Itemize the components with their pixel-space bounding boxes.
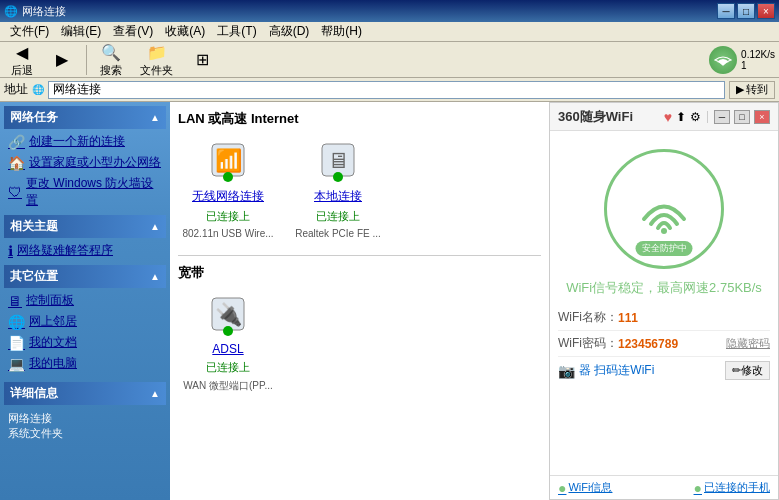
hide-pwd-button[interactable]: 隐藏密码	[726, 337, 770, 349]
adsl-net-name: ADSL	[212, 342, 243, 356]
wifi-pwd-label: WiFi密码：	[558, 335, 618, 352]
sidebar-section-header-related[interactable]: 相关主题 ▲	[4, 215, 166, 238]
view-button[interactable]: ⊞	[184, 46, 220, 74]
footer-connected-phone[interactable]: ● 已连接的手机	[694, 480, 770, 496]
sidebar-section-header-details[interactable]: 详细信息 ▲	[4, 382, 166, 405]
sidebar-section-header-network-tasks[interactable]: 网络任务 ▲	[4, 106, 166, 129]
folders-button[interactable]: 📁 文件夹	[133, 38, 180, 81]
qr-icon: 📷	[558, 363, 575, 379]
wifi-panel-footer: ● WiFi信息 ● 已连接的手机	[550, 475, 778, 499]
sidebar-item-create-connection[interactable]: 🔗 创建一个新的连接	[4, 131, 166, 152]
go-button[interactable]: ▶ 转到	[729, 81, 775, 99]
sidebar-item-control-panel[interactable]: 🖥 控制面板	[4, 290, 166, 311]
address-input[interactable]: 网络连接	[48, 81, 725, 99]
qr-row: 📷 器 扫码连WiFi ✏修改	[558, 357, 770, 384]
heart-icon[interactable]: ♥	[664, 109, 672, 125]
lan-network-icon: 🖥	[314, 136, 362, 184]
sidebar: 网络任务 ▲ 🔗 创建一个新的连接 🏠 设置家庭或小型办公网络 🛡 更改 Win…	[0, 102, 170, 500]
lan-section-title: LAN 或高速 Internet	[178, 110, 541, 128]
panel-sep	[707, 111, 708, 123]
speed-indicator: 0.12K/s 1	[709, 46, 775, 74]
network-item-lan[interactable]: 🖥 本地连接 已连接上 Realtek PCIe FE ...	[288, 136, 388, 239]
main-content: 网络任务 ▲ 🔗 创建一个新的连接 🏠 设置家庭或小型办公网络 🛡 更改 Win…	[0, 102, 779, 500]
wifi-panel-header: 360随身WiFi ♥ ⬆ ⚙ ─ □ ×	[550, 103, 778, 131]
search-button[interactable]: 🔍 搜索	[93, 38, 129, 81]
lan-net-name: 本地连接	[314, 188, 362, 205]
wifi-panel: 360随身WiFi ♥ ⬆ ⚙ ─ □ ×	[549, 102, 779, 500]
network-grid: 📶 无线网络连接 已连接上 802.11n USB Wire... 🖥 本地	[178, 136, 541, 239]
broadband-grid: 🔌 ADSL 已连接上 WAN 微型端口(PP...	[178, 290, 541, 393]
forward-icon: ▶	[51, 49, 73, 71]
network-item-adsl[interactable]: 🔌 ADSL 已连接上 WAN 微型端口(PP...	[178, 290, 278, 393]
sidebar-item-my-docs[interactable]: 📄 我的文档	[4, 332, 166, 353]
address-label: 地址	[4, 81, 28, 98]
wifi-signal-circle: 安全防护中	[604, 149, 724, 269]
chevron-icon-other: ▲	[150, 271, 160, 282]
menu-help[interactable]: 帮助(H)	[315, 23, 368, 40]
sidebar-item-troubleshoot[interactable]: ℹ 网络疑难解答程序	[4, 240, 166, 261]
settings-icon[interactable]: ⚙	[690, 110, 701, 124]
back-button[interactable]: ◀ 后退	[4, 38, 40, 81]
adsl-network-icon: 🔌	[204, 290, 252, 338]
sidebar-section-other: 其它位置 ▲ 🖥 控制面板 🌐 网上邻居 📄 我的文档 💻 我的电脑	[4, 265, 166, 374]
panel-close-button[interactable]: ×	[754, 110, 770, 124]
toolbar-separator-1	[86, 45, 87, 75]
chevron-icon-details: ▲	[150, 388, 160, 399]
footer-wifi-info[interactable]: ● WiFi信息	[558, 480, 612, 496]
wifi-name-row: WiFi名称： 111	[558, 305, 770, 331]
wifi-net-name: 无线网络连接	[192, 188, 264, 205]
panel-maximize-button[interactable]: □	[734, 110, 750, 124]
chevron-icon-related: ▲	[150, 221, 160, 232]
maximize-button[interactable]: □	[737, 3, 755, 19]
title-bar-icon: 🌐	[4, 5, 18, 18]
sidebar-section-header-other[interactable]: 其它位置 ▲	[4, 265, 166, 288]
forward-button[interactable]: ▶	[44, 46, 80, 74]
panel-minimize-button[interactable]: ─	[714, 110, 730, 124]
view-icon: ⊞	[191, 49, 213, 71]
edit-button[interactable]: ✏修改	[725, 361, 770, 380]
upload-icon[interactable]: ⬆	[676, 110, 686, 124]
section-divider	[178, 255, 541, 256]
go-icon: ▶	[736, 83, 744, 96]
menu-tools[interactable]: 工具(T)	[211, 23, 262, 40]
sidebar-section-related: 相关主题 ▲ ℹ 网络疑难解答程序	[4, 215, 166, 261]
wifi-name-label: WiFi名称：	[558, 309, 618, 326]
wifi-pwd-row: WiFi密码： 123456789 隐藏密码	[558, 331, 770, 357]
minimize-button[interactable]: ─	[717, 3, 735, 19]
hide-pwd-action: 隐藏密码	[726, 336, 770, 351]
toolbar: ◀ 后退 ▶ 🔍 搜索 📁 文件夹 ⊞ 0.12K/s 1	[0, 42, 779, 78]
center-content: LAN 或高速 Internet 📶 无线网络连接 已连接上 802.11n U…	[170, 102, 549, 500]
network-item-wifi[interactable]: 📶 无线网络连接 已连接上 802.11n USB Wire...	[178, 136, 278, 239]
sidebar-section-details: 详细信息 ▲ 网络连接 系统文件夹	[4, 382, 166, 445]
svg-text:📶: 📶	[215, 147, 243, 174]
wifi-circle-inner: 安全防护中	[634, 184, 694, 234]
wifi-status-icon	[709, 46, 737, 74]
net-neighbors-icon: 🌐	[8, 314, 25, 330]
wifi-pwd-value: 123456789	[618, 337, 678, 351]
my-computer-icon: 💻	[8, 356, 25, 372]
wifi-status-text: WiFi信号稳定，最高网速2.75KB/s	[566, 279, 762, 297]
back-icon: ◀	[11, 41, 33, 63]
troubleshoot-icon: ℹ	[8, 243, 13, 259]
title-bar-title: 网络连接	[22, 4, 66, 19]
sidebar-item-setup-home[interactable]: 🏠 设置家庭或小型办公网络	[4, 152, 166, 173]
sidebar-item-my-computer[interactable]: 💻 我的电脑	[4, 353, 166, 374]
title-bar: 🌐 网络连接 ─ □ ×	[0, 0, 779, 22]
wifi-panel-body: 安全防护中 WiFi信号稳定，最高网速2.75KB/s WiFi名称： 111 …	[550, 131, 778, 475]
footer-dot-right: ●	[694, 480, 702, 496]
edit-btn-container: ✏修改	[725, 361, 770, 380]
sidebar-item-firewall[interactable]: 🛡 更改 Windows 防火墙设置	[4, 173, 166, 211]
adsl-net-sub: WAN 微型端口(PP...	[183, 379, 272, 393]
wifi-arc-icon	[634, 184, 694, 234]
svg-point-6	[661, 228, 667, 234]
sidebar-item-net-neighbors[interactable]: 🌐 网上邻居	[4, 311, 166, 332]
address-network-icon: 🌐	[32, 84, 44, 95]
svg-text:🖥: 🖥	[327, 148, 349, 173]
close-button[interactable]: ×	[757, 3, 775, 19]
sidebar-section-network-tasks: 网络任务 ▲ 🔗 创建一个新的连接 🏠 设置家庭或小型办公网络 🛡 更改 Win…	[4, 106, 166, 211]
qr-label[interactable]: 器 扫码连WiFi	[579, 362, 654, 379]
adsl-net-status: 已连接上	[206, 360, 250, 375]
firewall-icon: 🛡	[8, 184, 22, 200]
menu-advanced[interactable]: 高级(D)	[263, 23, 316, 40]
setup-home-icon: 🏠	[8, 155, 25, 171]
